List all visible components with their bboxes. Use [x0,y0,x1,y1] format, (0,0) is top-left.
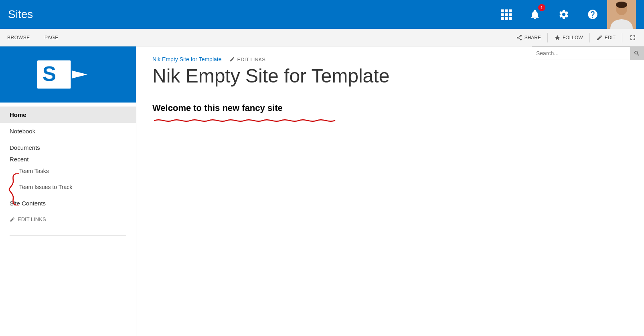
edit-links-inline[interactable]: EDIT LINKS [229,56,265,62]
notification-count: 1 [538,4,545,11]
help-icon [587,9,598,20]
top-nav-icons: 1 [492,0,636,29]
fullscreen-button[interactable] [626,32,640,43]
nav-menu: Home Notebook Documents Recent Team Task… [0,103,136,231]
ribbon-separator-3 [622,33,622,42]
user-avatar[interactable] [607,0,636,29]
svg-rect-3 [501,13,504,16]
search-box [532,46,644,60]
apps-button[interactable] [492,0,520,29]
content-header-wrapper: Nik Empty Site for Template EDIT LINKS N… [136,46,644,91]
app-title: Sites [8,8,492,21]
top-navigation: Sites 1 [0,0,644,29]
search-container [532,46,644,60]
star-icon [554,34,561,41]
edit-links-text: EDIT LINKS [237,56,265,62]
tab-page[interactable]: PAGE [41,29,62,46]
svg-point-11 [616,2,627,8]
avatar-image [607,0,636,29]
gear-icon [558,9,569,20]
pencil-inline-icon [229,56,235,62]
settings-button[interactable] [549,0,578,29]
svg-rect-5 [509,13,512,16]
nav-item-home[interactable]: Home [0,107,136,123]
sharepoint-logo: S [32,50,104,99]
pencil-icon [596,34,603,41]
svg-text:S: S [42,62,56,85]
nav-item-notebook[interactable]: Notebook [0,123,136,139]
search-icon [634,50,640,56]
search-input[interactable] [532,47,630,60]
ribbon-separator-2 [589,33,590,42]
ribbon-bar: BROWSE PAGE SHARE FOLLOW EDIT [0,29,644,46]
nav-edit-links-label: EDIT LINKS [18,216,46,222]
sidebar: S Home Notebook Documents Recent Team Ta… [0,46,136,336]
svg-rect-0 [501,9,504,12]
tab-browse[interactable]: BROWSE [4,29,33,46]
svg-rect-6 [501,17,504,20]
notifications-button[interactable]: 1 [520,0,549,29]
page-title: Nik Empty Site for Template [152,66,516,87]
svg-rect-4 [505,13,508,16]
ribbon-actions: SHARE FOLLOW EDIT [513,32,640,43]
nav-item-team-issues[interactable]: Team Issues to Track [0,179,136,195]
bell-icon [529,9,541,20]
welcome-section: Welcome to this new fancy site [152,103,337,124]
content-body: Welcome to this new fancy site [136,91,644,148]
svg-rect-2 [509,9,512,12]
ribbon-separator-1 [547,33,548,42]
apps-icon [500,9,512,20]
share-button[interactable]: SHARE [513,33,544,42]
welcome-text: Welcome to this new fancy site [152,103,337,113]
recent-section: Recent Team Tasks Team Issues to Track [0,156,136,195]
red-squiggle-annotation [152,117,337,124]
nav-item-team-tasks[interactable]: Team Tasks [0,163,136,179]
main-layout: S Home Notebook Documents Recent Team Ta… [0,46,644,336]
svg-rect-1 [505,9,508,12]
pencil-small-icon [10,217,15,222]
svg-rect-7 [505,17,508,20]
nav-item-site-contents[interactable]: Site Contents [0,195,136,211]
site-logo: S [0,46,136,103]
help-button[interactable] [578,0,607,29]
breadcrumb-link[interactable]: Nik Empty Site for Template [152,56,221,62]
avatar-person-icon [607,0,636,29]
svg-marker-14 [72,70,87,78]
nav-edit-links[interactable]: EDIT LINKS [0,211,136,227]
follow-button[interactable]: FOLLOW [551,33,586,42]
sidebar-divider [10,235,126,235]
content-area: Nik Empty Site for Template EDIT LINKS N… [136,46,644,336]
svg-rect-8 [509,17,512,20]
share-icon [516,34,522,41]
search-button[interactable] [630,46,644,60]
breadcrumb-row: Nik Empty Site for Template EDIT LINKS [152,56,516,62]
edit-button[interactable]: EDIT [593,33,619,42]
fullscreen-icon [629,34,637,42]
